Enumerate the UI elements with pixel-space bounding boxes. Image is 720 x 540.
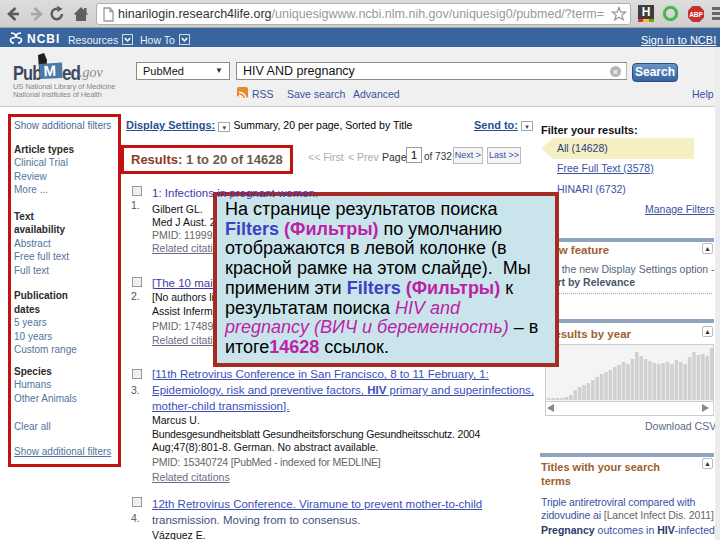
- svg-text:ABP: ABP: [689, 11, 703, 18]
- svg-text:M: M: [43, 62, 56, 79]
